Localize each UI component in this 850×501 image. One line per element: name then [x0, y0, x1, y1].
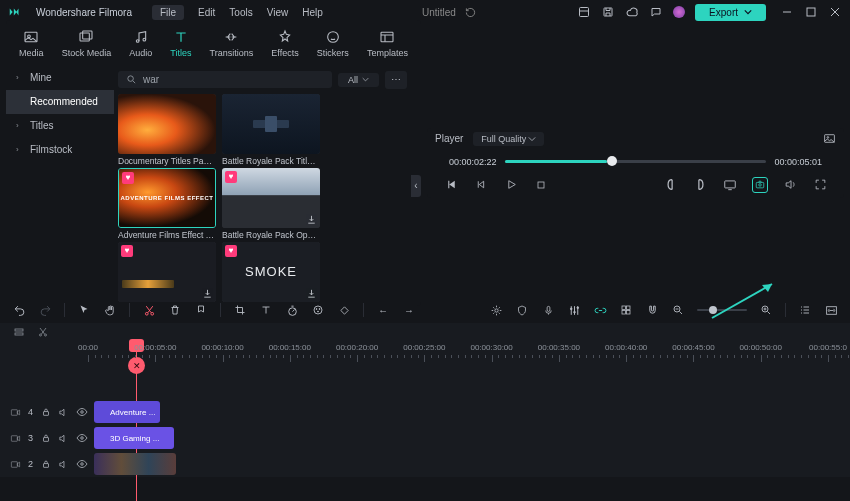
track-body[interactable]: 3D Gaming ...	[88, 425, 846, 451]
tab-transitions[interactable]: Transitions	[210, 28, 254, 58]
avatar[interactable]	[673, 6, 685, 18]
sidebar-item-titles[interactable]: ›Titles	[6, 114, 114, 138]
collapse-sidebar-button[interactable]: ‹	[411, 175, 421, 197]
lock-icon[interactable]	[40, 457, 51, 471]
minimize-icon[interactable]	[780, 5, 794, 19]
filter-dropdown[interactable]: All	[338, 73, 379, 87]
message-icon[interactable]	[649, 5, 663, 19]
eye-icon[interactable]	[76, 431, 88, 445]
mark-in-button[interactable]	[662, 177, 678, 193]
fullscreen-icon[interactable]	[812, 177, 828, 193]
tab-effects[interactable]: Effects	[271, 28, 298, 58]
list-icon[interactable]	[798, 303, 812, 317]
ruler[interactable]: ✕ 00:0000:00:05:0000:00:10:0000:00:15:00…	[88, 341, 846, 369]
color-icon[interactable]	[311, 303, 325, 317]
clip-title[interactable]: 3D Gaming ...	[94, 427, 174, 449]
mixer-icon[interactable]	[567, 303, 581, 317]
eye-icon[interactable]	[76, 405, 88, 419]
track-body[interactable]: Adventure ...	[88, 399, 846, 425]
track-body[interactable]: 2023-01-05...	[88, 451, 846, 477]
keyframe-icon[interactable]	[337, 303, 351, 317]
template-card[interactable]: ♥Battle Royale Pack Opener 01	[222, 168, 320, 240]
speed-icon[interactable]	[285, 303, 299, 317]
mark-out-button[interactable]	[692, 177, 708, 193]
menu-file[interactable]: File	[152, 5, 184, 20]
sidebar-item-recommended[interactable]: Recommended	[6, 90, 114, 114]
sidebar-item-mine[interactable]: ›Mine	[6, 66, 114, 90]
playhead-close-icon[interactable]: ✕	[128, 357, 145, 374]
magnet-icon[interactable]	[645, 303, 659, 317]
step-back-button[interactable]	[473, 177, 489, 193]
arrow-left-icon[interactable]: ←	[376, 303, 390, 317]
hand-icon[interactable]	[103, 303, 117, 317]
crop-icon[interactable]	[233, 303, 247, 317]
track-video-icon[interactable]	[10, 457, 21, 471]
image-icon[interactable]	[822, 132, 836, 146]
cloud-icon[interactable]	[625, 5, 639, 19]
layout-icon[interactable]	[577, 5, 591, 19]
menu-tools[interactable]: Tools	[229, 7, 252, 18]
pointer-icon[interactable]	[77, 303, 91, 317]
menu-edit[interactable]: Edit	[198, 7, 215, 18]
marker-icon[interactable]	[194, 303, 208, 317]
close-icon[interactable]	[828, 5, 842, 19]
sidebar-item-filmstock[interactable]: ›Filmstock	[6, 138, 114, 162]
seek-track[interactable]	[505, 160, 767, 163]
tab-titles[interactable]: Titles	[170, 28, 191, 58]
display-icon[interactable]	[722, 177, 738, 193]
lock-icon[interactable]	[40, 431, 51, 445]
clip-title[interactable]: Adventure ...	[94, 401, 160, 423]
template-card[interactable]: Documentary Titles Pack Titl...	[118, 94, 216, 166]
template-card[interactable]: ♥	[118, 242, 216, 304]
tab-templates[interactable]: Templates	[367, 28, 408, 58]
zoom-slider[interactable]	[697, 309, 747, 311]
zoom-out-icon[interactable]	[671, 303, 685, 317]
track-video-icon[interactable]	[10, 431, 21, 445]
track-video-icon[interactable]	[10, 405, 21, 419]
stop-button[interactable]	[533, 177, 549, 193]
tab-media[interactable]: Media	[19, 28, 44, 58]
clip-video[interactable]: 2023-01-05...	[94, 453, 176, 475]
arrow-right-icon[interactable]: →	[402, 303, 416, 317]
download-icon[interactable]	[306, 288, 317, 299]
download-icon[interactable]	[306, 214, 317, 225]
grid-toggle-icon[interactable]	[619, 303, 633, 317]
seek-knob[interactable]	[607, 156, 617, 166]
text-icon[interactable]	[259, 303, 273, 317]
export-button[interactable]: Export	[695, 4, 766, 21]
volume-icon[interactable]	[782, 177, 798, 193]
mute-icon[interactable]	[58, 457, 69, 471]
link-icon[interactable]	[593, 303, 607, 317]
zoom-knob[interactable]	[709, 306, 717, 314]
template-card[interactable]: SMOKE♥	[222, 242, 320, 304]
tab-stock-media[interactable]: Stock Media	[62, 28, 112, 58]
delete-icon[interactable]	[168, 303, 182, 317]
shield-icon[interactable]	[515, 303, 529, 317]
redo-icon[interactable]	[38, 303, 52, 317]
template-card[interactable]: Battle Royale Pack Title 03	[222, 94, 320, 166]
prev-frame-button[interactable]	[443, 177, 459, 193]
refresh-icon[interactable]	[464, 5, 478, 19]
menu-view[interactable]: View	[267, 7, 289, 18]
save-icon[interactable]	[601, 5, 615, 19]
eye-icon[interactable]	[76, 457, 88, 471]
timeline-layers-icon[interactable]	[12, 325, 26, 339]
fit-icon[interactable]	[824, 303, 838, 317]
mute-icon[interactable]	[58, 431, 69, 445]
quality-dropdown[interactable]: Full Quality	[473, 132, 544, 146]
snapshot-button[interactable]	[752, 177, 768, 193]
undo-icon[interactable]	[12, 303, 26, 317]
zoom-in-icon[interactable]	[759, 303, 773, 317]
play-button[interactable]	[503, 177, 519, 193]
effects-icon[interactable]	[489, 303, 503, 317]
template-card-selected[interactable]: ADVENTURE FILMS EFFECT♥Adventure Films E…	[118, 168, 216, 240]
cut-icon[interactable]	[142, 303, 156, 317]
lock-icon[interactable]	[40, 405, 51, 419]
tab-audio[interactable]: Audio	[129, 28, 152, 58]
download-icon[interactable]	[202, 288, 213, 299]
maximize-icon[interactable]	[804, 5, 818, 19]
tab-stickers[interactable]: Stickers	[317, 28, 349, 58]
search-input[interactable]: war	[118, 71, 332, 88]
menu-help[interactable]: Help	[302, 7, 323, 18]
timeline-cut-icon[interactable]	[36, 325, 50, 339]
